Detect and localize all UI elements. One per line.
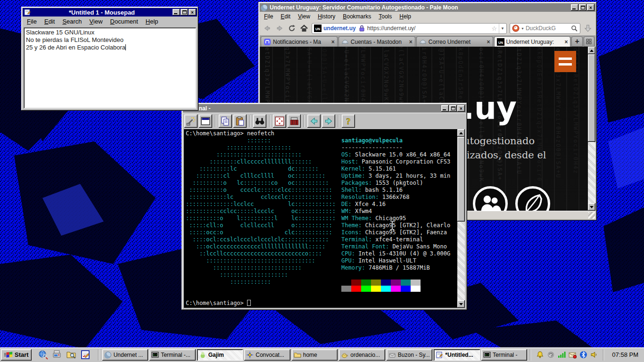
url-text[interactable]: https://undernet.uy/ (367, 25, 490, 32)
start-button[interactable]: Start (1, 349, 32, 361)
tab-list-button[interactable] (584, 36, 594, 47)
tray-mail-new-icon[interactable] (569, 351, 577, 359)
mousepad-menu-search[interactable]: Search (59, 17, 85, 25)
maximize-button[interactable] (449, 105, 457, 112)
tab-close-icon[interactable]: × (331, 39, 335, 45)
downloads-button[interactable] (583, 24, 593, 33)
preferences-button[interactable] (288, 115, 301, 128)
scroll-up-button[interactable] (588, 47, 595, 54)
mousepad-menu-edit[interactable]: Edit (41, 17, 58, 25)
terminal-titlebar[interactable]: Terminal - × (183, 104, 466, 113)
launcher-wand-button[interactable] (184, 115, 198, 128)
browser-tab-4[interactable]: UNUndernet Uruguay:× (494, 36, 571, 47)
urlbar-dropdown-icon[interactable]: ▼ (499, 24, 504, 33)
paste-button[interactable] (233, 115, 247, 128)
find-button[interactable] (253, 115, 266, 128)
quicklaunch-file-search[interactable] (66, 350, 76, 360)
help-button[interactable]: ? (342, 115, 355, 128)
browser-menu-bookmarks[interactable]: Bookmarks (339, 13, 374, 20)
community-icon[interactable] (473, 186, 508, 211)
new-tab-button[interactable]: + (571, 36, 582, 47)
close-button[interactable]: × (587, 4, 594, 11)
scroll-thumb[interactable] (588, 54, 595, 142)
browser-tab-3[interactable]: Correo Undernet× (416, 36, 493, 47)
copy-button[interactable] (219, 115, 232, 128)
search-magnifier-icon[interactable] (570, 25, 578, 32)
minimize-button[interactable] (173, 9, 180, 16)
reload-button[interactable] (287, 24, 297, 33)
info-label: Shell: (341, 187, 362, 193)
bookmark-star-icon[interactable]: ☆ (491, 25, 497, 32)
mousepad-menu-document[interactable]: Document (107, 17, 141, 25)
back-button[interactable] (263, 24, 272, 33)
scroll-up-button[interactable] (457, 129, 465, 137)
task-button-4[interactable]: Convocat... (244, 349, 290, 361)
forward-button[interactable] (275, 24, 284, 33)
taskbar-separator[interactable] (98, 349, 99, 361)
task-button-9[interactable]: C:\Terminal - (481, 349, 528, 361)
next-tab-button[interactable] (322, 115, 335, 128)
tray-swirl-icon[interactable] (547, 351, 555, 359)
url-bar[interactable]: UN undernet.uy https://undernet.uy/ ☆ ▼ (312, 23, 507, 34)
mousepad-menu-view[interactable]: View (86, 17, 106, 25)
task-button-5[interactable]: home (292, 349, 338, 361)
maximize-button[interactable] (579, 4, 586, 11)
terminal-scrollbar[interactable] (457, 129, 465, 308)
new-window-button[interactable] (199, 115, 212, 128)
tab-close-icon[interactable]: × (564, 39, 568, 45)
close-button[interactable]: × (189, 9, 196, 16)
leaf-icon[interactable] (515, 186, 550, 211)
minimize-button[interactable] (571, 4, 578, 11)
tray-bell-icon[interactable] (536, 351, 544, 359)
tab-close-icon[interactable]: × (487, 39, 490, 45)
task-button-1[interactable]: Undernet ... (102, 349, 149, 361)
browser-menu-help[interactable]: Help (396, 13, 414, 20)
tray-bluetooth-icon[interactable] (579, 351, 587, 359)
minimize-button[interactable] (441, 105, 449, 112)
browser-menu-tools[interactable]: Tools (375, 13, 395, 20)
maximize-button[interactable] (181, 9, 188, 16)
fullscreen-button[interactable] (273, 115, 286, 128)
hamburger-menu-button[interactable] (554, 51, 576, 72)
taskbar-clock[interactable]: 07:58 PM (607, 351, 642, 358)
mousepad-menu-file[interactable]: File (24, 17, 40, 25)
tray-volume-icon[interactable] (590, 351, 598, 359)
browser-tab-2[interactable]: Cuentas - Mastodon× (339, 36, 415, 47)
resize-grip[interactable] (588, 212, 595, 219)
browser-titlebar[interactable]: Undernet Uruguay: Servidor Comunitario A… (260, 3, 595, 12)
search-engine-dropdown-icon[interactable]: ▼ (521, 27, 524, 30)
browser-tab-1[interactable]: Notificaciones - Ma× (261, 36, 338, 47)
mousepad-titlebar[interactable]: *Untitled 1 - Mousepad × (23, 8, 197, 16)
browser-scrollbar[interactable] (588, 47, 595, 211)
browser-menu-history[interactable]: History (314, 13, 339, 20)
task-button-3[interactable]: Gajim (197, 349, 243, 361)
text-editor-area[interactable]: Slackware 15 GNU/LinuxNo te pierdas la F… (24, 27, 196, 108)
task-button-6[interactable]: ordenacio... (339, 349, 385, 361)
site-identity-label[interactable]: undernet.uy (323, 25, 356, 32)
pot-icon (341, 351, 348, 359)
scroll-down-button[interactable] (588, 203, 595, 211)
scroll-down-button[interactable] (457, 300, 465, 308)
tray-signal-icon[interactable] (558, 351, 566, 359)
scroll-thumb[interactable] (457, 137, 465, 222)
browser-menu-file[interactable]: File (261, 13, 276, 20)
search-box[interactable]: ▼ DuckDuckG (510, 23, 580, 34)
terminal-screen[interactable]: C:\home\santiago> neofetch ::::::: :::::… (184, 129, 465, 308)
quicklaunch-scanner-device[interactable] (52, 350, 62, 360)
close-button[interactable]: × (457, 105, 465, 112)
browser-menu-view[interactable]: View (295, 13, 314, 20)
duckduckgo-icon[interactable] (512, 25, 520, 32)
task-button-8[interactable]: *Untitled... (434, 349, 480, 361)
browser-menu-edit[interactable]: Edit (277, 13, 294, 20)
search-engine-label[interactable]: DuckDuckG (526, 25, 569, 32)
prev-tab-button[interactable] (307, 115, 321, 128)
info-label: Uptime: (341, 173, 365, 179)
info-value: Chicago95 [GTK2], Clearlo (362, 222, 450, 229)
task-button-2[interactable]: C:\Terminal -... (149, 349, 196, 361)
mousepad-menu-help[interactable]: Help (142, 17, 162, 25)
quicklaunch-web-browser[interactable] (38, 350, 48, 360)
task-button-7[interactable]: Buzon - Sy... (387, 349, 433, 361)
tab-close-icon[interactable]: × (409, 39, 413, 45)
home-button[interactable] (299, 24, 309, 33)
quicklaunch-notes[interactable] (81, 350, 91, 360)
